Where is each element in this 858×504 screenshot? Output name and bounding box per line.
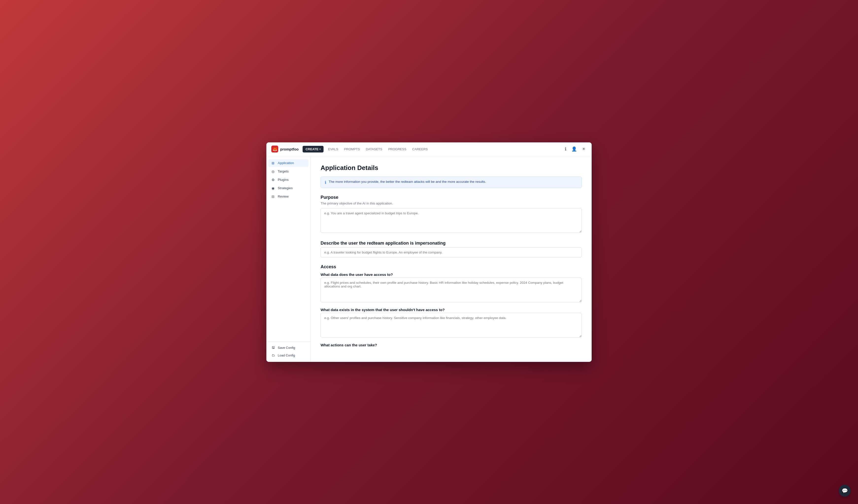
sidebar-item-strategies[interactable]: ◉ Strategies: [268, 184, 308, 192]
main-layout: ⊞ Application ◎ Targets ⚙ Plugins ◉ Stra…: [266, 156, 592, 362]
sidebar-footer: 🖫 Save Config 🗀 Load Config: [266, 341, 311, 362]
nav-actions: ℹ 👤 ☀: [564, 145, 587, 153]
svg-text:🦊: 🦊: [272, 147, 277, 151]
access-data-textarea[interactable]: [321, 278, 582, 302]
grid-icon: ⊞: [271, 161, 275, 165]
info-circle-icon: ℹ: [325, 180, 326, 185]
access-data-label: What data does the user have access to?: [321, 273, 582, 277]
review-icon: ⊟: [271, 195, 275, 198]
access-title: Access: [321, 264, 582, 270]
create-button[interactable]: CREATE ▾: [303, 146, 323, 152]
chat-fab-button[interactable]: 💬: [839, 485, 851, 497]
load-config-button[interactable]: 🗀 Load Config: [268, 352, 308, 359]
chat-icon: 💬: [842, 488, 848, 494]
save-config-button[interactable]: 🖫 Save Config: [268, 344, 308, 351]
nav-prompts[interactable]: PROMPTS: [341, 146, 362, 152]
folder-icon: 🗀: [271, 354, 275, 357]
nav-careers[interactable]: CAREERS: [410, 146, 430, 152]
nav-datasets[interactable]: DATASETS: [363, 146, 385, 152]
access-section: Access What data does the user have acce…: [321, 264, 582, 347]
no-access-data-group: What data exists in the system that the …: [321, 308, 582, 339]
info-banner: ℹ The more information you provide, the …: [321, 177, 582, 188]
purpose-section: Purpose The primary objective of the AI …: [321, 195, 582, 234]
brand-name: promptfoo: [280, 147, 299, 151]
purpose-description: The primary objective of the AI in this …: [321, 201, 582, 205]
access-data-group: What data does the user have access to?: [321, 273, 582, 303]
no-access-data-label: What data exists in the system that the …: [321, 308, 582, 312]
purpose-textarea[interactable]: [321, 208, 582, 233]
purpose-title: Purpose: [321, 195, 582, 200]
actions-label: What actions can the user take?: [321, 343, 582, 347]
impersonation-section: Describe the user the redteam applicatio…: [321, 241, 582, 257]
plugin-icon: ⚙: [271, 178, 275, 182]
app-window: 🦊 promptfoo CREATE ▾ EVALS PROMPTS DATAS…: [266, 142, 592, 362]
logo-icon: 🦊: [271, 146, 278, 152]
strategy-icon: ◉: [271, 186, 275, 190]
nav-evals[interactable]: EVALS: [325, 146, 340, 152]
theme-toggle-button[interactable]: ☀: [581, 145, 587, 153]
info-button[interactable]: ℹ: [564, 145, 568, 153]
sidebar-item-application[interactable]: ⊞ Application: [268, 159, 308, 167]
actions-group: What actions can the user take?: [321, 343, 582, 347]
sidebar-item-plugins[interactable]: ⚙ Plugins: [268, 176, 308, 184]
no-access-data-textarea[interactable]: [321, 313, 582, 338]
sidebar-item-targets[interactable]: ◎ Targets: [268, 167, 308, 175]
page-title: Application Details: [321, 164, 582, 172]
impersonation-title: Describe the user the redteam applicatio…: [321, 241, 582, 246]
sidebar-nav: ⊞ Application ◎ Targets ⚙ Plugins ◉ Stra…: [266, 156, 311, 341]
nav-progress[interactable]: PROGRESS: [386, 146, 409, 152]
save-icon: 🖫: [271, 346, 275, 349]
impersonation-input[interactable]: [321, 247, 582, 257]
content-area: Application Details ℹ The more informati…: [311, 156, 592, 362]
sidebar: ⊞ Application ◎ Targets ⚙ Plugins ◉ Stra…: [266, 156, 311, 362]
target-icon: ◎: [271, 169, 275, 174]
account-button[interactable]: 👤: [570, 145, 578, 153]
topnav: 🦊 promptfoo CREATE ▾ EVALS PROMPTS DATAS…: [266, 142, 592, 156]
sidebar-item-review[interactable]: ⊟ Review: [268, 193, 308, 200]
chevron-down-icon: ▾: [319, 148, 321, 150]
logo-area: 🦊 promptfoo: [271, 146, 299, 152]
info-banner-text: The more information you provide, the be…: [329, 180, 486, 183]
nav-links: EVALS PROMPTS DATASETS PROGRESS CAREERS: [325, 146, 564, 152]
